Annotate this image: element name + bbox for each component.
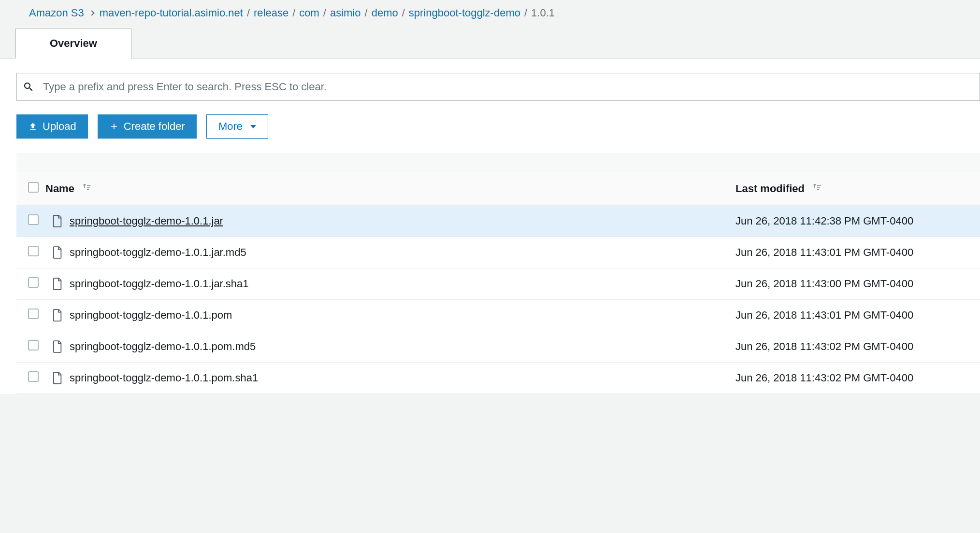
row-checkbox[interactable] [28,246,39,256]
breadcrumb-separator: / [323,7,326,19]
row-checkbox[interactable] [28,371,39,382]
breadcrumb-item[interactable]: release [254,7,288,19]
file-icon [52,215,63,227]
breadcrumb-item[interactable]: maven-repo-tutorial.asimio.net [100,7,243,19]
upload-button-label: Upload [43,120,76,133]
row-checkbox[interactable] [28,309,39,319]
breadcrumb-item[interactable]: com [299,7,319,19]
breadcrumb-item[interactable]: springboot-togglz-demo [409,7,520,19]
sort-icon[interactable] [812,182,822,192]
file-icon [52,340,63,353]
breadcrumb-separator: / [402,7,405,19]
file-icon [52,372,63,384]
search-container [16,73,980,101]
toolbar: Upload Create folder More [16,114,980,139]
upload-button[interactable]: Upload [16,114,88,139]
file-name[interactable]: springboot-togglz-demo-1.0.1.jar.md5 [70,246,246,259]
select-all-checkbox[interactable] [28,182,39,193]
file-name[interactable]: springboot-togglz-demo-1.0.1.jar.sha1 [70,278,249,290]
table-row[interactable]: springboot-togglz-demo-1.0.1.jar Jun 26,… [16,206,980,237]
row-checkbox[interactable] [28,277,39,288]
file-date: Jun 26, 2018 11:43:01 PM GMT-0400 [729,300,980,331]
chevron-down-icon [250,125,256,128]
breadcrumb-root[interactable]: Amazon S3 [29,7,84,19]
search-icon [23,81,34,93]
table-row[interactable]: springboot-togglz-demo-1.0.1.jar.md5 Jun… [16,237,980,268]
row-checkbox[interactable] [28,340,39,351]
create-folder-button[interactable]: Create folder [98,114,197,139]
file-name[interactable]: springboot-togglz-demo-1.0.1.pom [70,309,232,322]
header-last-modified[interactable]: Last modified [735,182,805,195]
breadcrumb-item[interactable]: demo [372,7,398,19]
tab-overview[interactable]: Overview [15,28,131,58]
search-input[interactable] [43,81,974,93]
breadcrumb-separator: / [247,7,250,19]
create-folder-button-label: Create folder [124,120,185,133]
breadcrumb-separator: / [365,7,368,19]
table-row[interactable]: springboot-togglz-demo-1.0.1.jar.sha1 Ju… [16,268,980,300]
file-date: Jun 26, 2018 11:42:38 PM GMT-0400 [729,206,980,237]
chevron-right-icon [89,10,94,15]
object-table: Name Last modified springboot-togglz-dem… [16,172,980,394]
file-date: Jun 26, 2018 11:43:02 PM GMT-0400 [729,331,980,363]
more-button-label: More [218,120,243,133]
file-date: Jun 26, 2018 11:43:02 PM GMT-0400 [729,363,980,394]
file-date: Jun 26, 2018 11:43:00 PM GMT-0400 [729,268,980,300]
row-checkbox[interactable] [28,214,39,225]
breadcrumb: Amazon S3 maven-repo-tutorial.asimio.net… [0,0,980,28]
file-icon [52,309,63,322]
upload-icon [28,122,38,131]
tab-bar: Overview [0,28,980,58]
file-name[interactable]: springboot-togglz-demo-1.0.1.jar [70,215,223,227]
more-button[interactable]: More [206,114,268,139]
header-name[interactable]: Name [45,182,74,195]
table-row[interactable]: springboot-togglz-demo-1.0.1.pom.md5 Jun… [16,331,980,363]
breadcrumb-current: 1.0.1 [531,7,555,19]
file-name[interactable]: springboot-togglz-demo-1.0.1.pom.md5 [70,340,256,353]
sort-icon[interactable] [82,182,92,192]
file-icon [52,278,63,290]
breadcrumb-separator: / [292,7,295,19]
file-name[interactable]: springboot-togglz-demo-1.0.1.pom.sha1 [70,372,258,384]
table-row[interactable]: springboot-togglz-demo-1.0.1.pom.sha1 Ju… [16,363,980,394]
file-icon [52,246,63,259]
breadcrumb-separator: / [524,7,527,19]
table-spacer [16,153,980,172]
breadcrumb-item[interactable]: asimio [330,7,361,19]
file-date: Jun 26, 2018 11:43:01 PM GMT-0400 [729,237,980,268]
table-row[interactable]: springboot-togglz-demo-1.0.1.pom Jun 26,… [16,300,980,331]
plus-icon [109,122,119,131]
